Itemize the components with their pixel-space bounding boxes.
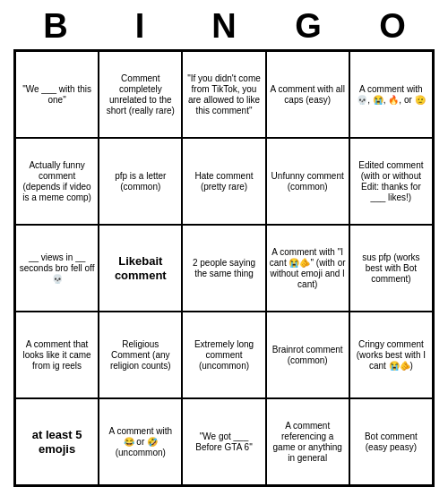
cell-3-3[interactable]: Brainrot comment (common) <box>266 312 349 398</box>
bingo-header: B I N G O <box>13 0 435 49</box>
letter-b: B <box>24 7 87 46</box>
cell-1-4[interactable]: Edited comment (with or without Edit: th… <box>349 138 433 225</box>
cell-4-2[interactable]: "We got ___ Before GTA 6" <box>182 398 265 485</box>
cell-1-1[interactable]: pfp is a letter (common) <box>99 138 182 225</box>
cell-2-2[interactable]: 2 people saying the same thing <box>182 225 265 312</box>
cell-3-2[interactable]: Extremely long comment (uncommon) <box>182 312 265 398</box>
cell-1-0[interactable]: Actually funny comment (depends if video… <box>15 138 99 225</box>
letter-o: O <box>361 7 424 46</box>
cell-4-4[interactable]: Bot comment (easy peasy) <box>349 398 433 485</box>
cell-0-2[interactable]: "If you didn't come from TikTok, you are… <box>182 51 265 138</box>
bingo-grid: "We ___ with this one" Comment completel… <box>13 49 435 487</box>
letter-g: G <box>277 7 340 46</box>
cell-1-2[interactable]: Hate comment (pretty rare) <box>182 138 265 225</box>
cell-3-1[interactable]: Religious Comment (any religion counts) <box>99 312 182 398</box>
letter-n: N <box>193 7 255 46</box>
cell-1-3[interactable]: Unfunny comment (common) <box>266 138 349 225</box>
cell-0-0[interactable]: "We ___ with this one" <box>15 51 99 138</box>
cell-2-0[interactable]: __ views in __ seconds bro fell off 💀 <box>15 225 99 312</box>
cell-3-0[interactable]: A comment that looks like it came from i… <box>15 312 99 398</box>
cell-3-4[interactable]: Cringy comment (works best with I cant 😭… <box>349 312 433 398</box>
cell-2-4[interactable]: sus pfp (works best with Bot comment) <box>349 225 433 312</box>
cell-0-4[interactable]: A comment with 💀, 😭, 🔥, or 🫡 <box>349 51 433 138</box>
cell-2-3[interactable]: A comment with "I cant 😭🫵" (with or with… <box>266 225 349 312</box>
cell-0-1[interactable]: Comment completely unrelated to the shor… <box>99 51 182 138</box>
cell-4-3[interactable]: A comment referencing a game or anything… <box>266 398 349 485</box>
cell-4-1[interactable]: A comment with 😂 or 🤣 (uncommon) <box>99 398 182 485</box>
cell-4-0[interactable]: at least 5 emojis <box>15 398 99 485</box>
cell-0-3[interactable]: A comment with all caps (easy) <box>266 51 349 138</box>
cell-2-1[interactable]: Likebait comment <box>99 225 182 312</box>
letter-i: I <box>108 7 171 46</box>
